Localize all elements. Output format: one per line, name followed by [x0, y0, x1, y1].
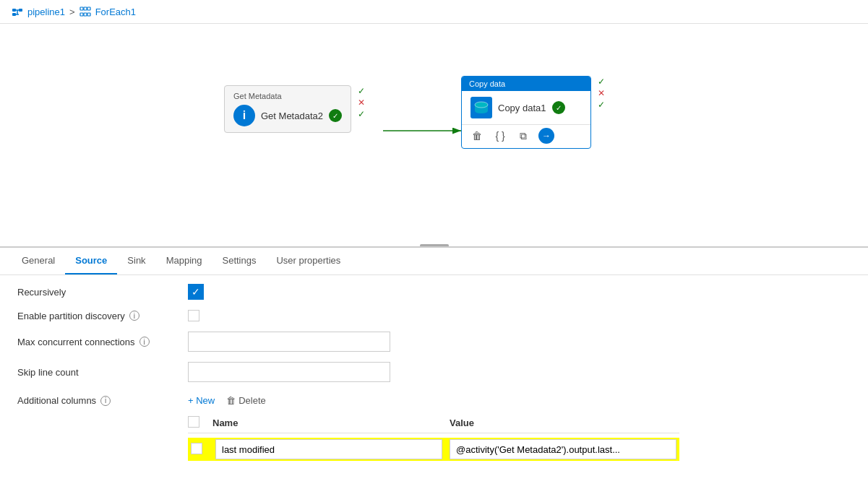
recursively-checkbox[interactable]: ✓	[188, 284, 204, 300]
header-checkbox[interactable]	[188, 416, 199, 428]
navigate-toolbar-icon[interactable]: →	[538, 128, 554, 144]
col-name-input[interactable]	[215, 439, 442, 459]
x-icon-2: ✕	[598, 88, 605, 98]
tab-user-properties[interactable]: User properties	[266, 248, 351, 274]
additional-columns-row: Additional columns i + New 🗑 Delete Name	[17, 392, 851, 465]
breadcrumb-foreach[interactable]: ForEach1	[95, 7, 136, 17]
copy-data-label: Copy data1	[498, 103, 546, 113]
tabs-bar: General Source Sink Mapping Settings Use…	[0, 248, 868, 275]
col-value-header: Value	[450, 417, 679, 428]
svg-rect-0	[12, 9, 16, 12]
get-metadata-label: Get Metadata2	[261, 111, 323, 121]
svg-rect-7	[84, 7, 87, 10]
check-icon-4: ✓	[598, 100, 605, 110]
tab-sink[interactable]: Sink	[117, 248, 155, 274]
partition-checkbox[interactable]	[188, 310, 199, 321]
delete-button[interactable]: 🗑 Delete	[226, 395, 266, 406]
breadcrumb: pipeline1 > ForEach1	[0, 0, 868, 24]
partition-row: Enable partition discovery i	[17, 310, 851, 321]
copy-data-header: Copy data	[462, 77, 590, 91]
skip-label: Skip line count	[17, 367, 176, 378]
check-icon-2: ✓	[358, 109, 365, 119]
recursively-row: Recursively ✓	[17, 284, 851, 300]
tab-settings[interactable]: Settings	[212, 248, 267, 274]
get-metadata-node-header: Get Metadata	[233, 92, 342, 100]
resize-handle[interactable]	[420, 244, 449, 247]
concurrent-info-icon: i	[139, 337, 150, 347]
svg-rect-8	[87, 7, 90, 10]
svg-rect-6	[80, 7, 83, 10]
breadcrumb-separator: >	[69, 7, 75, 17]
svg-rect-2	[12, 13, 16, 16]
get-metadata-icon: i	[233, 105, 255, 126]
svg-rect-11	[87, 13, 90, 16]
col-row-checkbox[interactable]	[191, 443, 202, 454]
concurrent-row: Max concurrent connections i	[17, 332, 851, 352]
column-table-header: Name Value	[188, 413, 679, 433]
foreach-icon	[80, 6, 91, 17]
delete-toolbar-icon[interactable]: 🗑	[469, 128, 485, 144]
copy-data-side-icons: ✓ ✕ ✓	[598, 77, 605, 110]
breadcrumb-pipeline[interactable]: pipeline1	[27, 7, 65, 17]
trash-icon: 🗑	[226, 395, 236, 406]
col-check-header	[188, 416, 205, 430]
partition-label: Enable partition discovery i	[17, 311, 176, 321]
partition-info-icon: i	[129, 311, 139, 321]
new-button[interactable]: + New	[188, 395, 215, 406]
check-icon-1: ✓	[358, 86, 365, 96]
check-icon-3: ✓	[598, 77, 605, 87]
additional-label: Additional columns i	[17, 392, 176, 406]
x-icon-1: ✕	[358, 98, 365, 108]
col-row-checkbox-container	[191, 443, 208, 456]
tab-source[interactable]: Source	[65, 248, 117, 274]
copy-data-toolbar: 🗑 { } ⧉ →	[462, 124, 590, 148]
copy-data-status: ✓	[552, 101, 565, 114]
connector-arrow	[0, 24, 868, 246]
svg-rect-10	[84, 13, 87, 16]
skip-row: Skip line count	[17, 362, 851, 382]
form-content: Recursively ✓ Enable partition discovery…	[0, 275, 868, 484]
pipeline-icon	[12, 6, 23, 17]
canvas-area: Get Metadata i Get Metadata2 ✓ ✓ ✕ ✓ Cop…	[0, 24, 868, 248]
copy-data-node[interactable]: Copy data Copy data1 ✓ 🗑 { } ⧉ → ✓ ✕ ✓	[461, 76, 591, 149]
tab-mapping[interactable]: Mapping	[156, 248, 212, 274]
concurrent-input[interactable]	[188, 332, 390, 352]
col-name-header: Name	[212, 417, 442, 428]
copy-data-icon	[470, 97, 492, 118]
additional-info-icon: i	[100, 396, 111, 406]
code-toolbar-icon[interactable]: { }	[492, 128, 508, 144]
col-value-input[interactable]	[450, 439, 676, 459]
properties-panel: General Source Sink Mapping Settings Use…	[0, 248, 868, 484]
copy-toolbar-icon[interactable]: ⧉	[515, 128, 531, 144]
get-metadata-side-icons: ✓ ✕ ✓	[358, 86, 365, 119]
concurrent-label: Max concurrent connections i	[17, 337, 176, 347]
recursively-label: Recursively	[17, 287, 176, 298]
get-metadata-status: ✓	[329, 109, 342, 122]
svg-rect-1	[19, 9, 22, 12]
additional-columns-section: + New 🗑 Delete Name Value	[188, 395, 679, 465]
tab-general[interactable]: General	[12, 248, 65, 274]
column-row	[188, 438, 679, 461]
svg-rect-9	[80, 13, 83, 16]
get-metadata-node[interactable]: Get Metadata i Get Metadata2 ✓ ✓ ✕ ✓	[224, 85, 351, 133]
additional-columns-toolbar: + New 🗑 Delete	[188, 395, 679, 406]
skip-input[interactable]	[188, 362, 390, 382]
